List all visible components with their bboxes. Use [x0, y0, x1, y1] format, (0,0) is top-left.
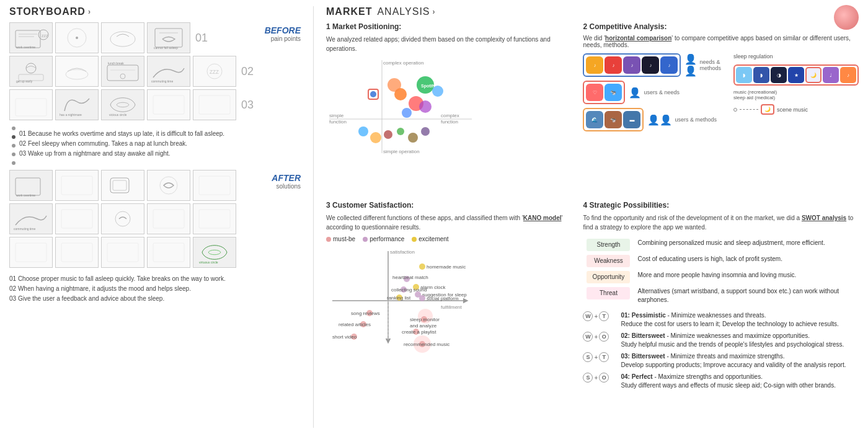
story-panel [55, 56, 99, 87]
svg-rect-36 [61, 210, 92, 228]
positioning-chart: complex operation simple operation simpl… [326, 57, 475, 159]
svg-text:and analyze: and analyze [410, 323, 437, 329]
storyboard-after-row-2: commuting time [9, 203, 259, 234]
highlighted-apps: ◗ ◗ ◑ ★ 🌙 ♩ ♪ [733, 64, 859, 86]
app-icon: ♪ [623, 56, 640, 74]
legend-dot [326, 237, 331, 242]
story-panel: virtuous circle [193, 237, 236, 268]
section3-desc: We collected different functions of thes… [326, 213, 577, 232]
nav-dot[interactable] [12, 153, 16, 156]
badge-o: O [599, 373, 609, 383]
after-captions: 01 Choose proper music to fall asleep qu… [9, 274, 301, 304]
swot-threat: Threat [587, 287, 630, 299]
svg-point-61 [370, 132, 381, 143]
app-icon: ▬ [623, 111, 640, 128]
svg-rect-41 [61, 243, 92, 262]
app-icon: ♪ [660, 56, 678, 74]
svg-text:short video: short video [332, 334, 357, 340]
story-panel [55, 170, 99, 201]
svg-rect-16 [107, 65, 138, 81]
nav-dot[interactable] [12, 161, 16, 165]
strategy-badge: W + O [583, 332, 617, 342]
strategy-badge: S + T [583, 352, 617, 362]
story-panel: zzz [193, 56, 236, 87]
story-panel [101, 237, 144, 268]
svg-rect-26 [153, 95, 184, 114]
badge-w: W [583, 311, 593, 321]
story-panel [9, 89, 53, 120]
svg-rect-43 [153, 243, 184, 262]
strategy-01-text: 01: Pessimistic - Minimize weaknesses an… [621, 311, 838, 329]
svg-point-58 [419, 100, 432, 113]
storyboard-after-row-3: virtuous circle [9, 237, 259, 268]
story-panel [101, 170, 144, 201]
svg-text:sleep monitor: sleep monitor [410, 317, 440, 322]
nav-dot[interactable] [12, 144, 16, 148]
svg-point-65 [408, 133, 418, 143]
svg-rect-28 [16, 178, 40, 195]
svg-rect-38 [153, 210, 184, 228]
legend-must: must-be [326, 236, 355, 242]
svg-text:work overtime: work overtime [16, 193, 35, 197]
target-label: 🌙 [761, 104, 774, 115]
app-icon: ★ [788, 67, 804, 83]
svg-rect-39 [199, 210, 230, 228]
section1-desc: We analyzed related apps; divided them b… [326, 35, 577, 53]
svg-text:function: function [441, 119, 458, 125]
badge-w: W [583, 332, 593, 342]
svg-point-12 [26, 63, 36, 73]
story-panel: has a nightmare [55, 89, 99, 120]
app-icon: ♪ [840, 67, 856, 83]
legend-dot [412, 237, 417, 242]
badge-s: S [583, 373, 593, 383]
decorative-circle [834, 5, 859, 30]
svg-text:function: function [329, 119, 347, 125]
story-panel [101, 22, 144, 53]
nav-dot[interactable] [12, 135, 16, 139]
svg-text:lunch break: lunch break [108, 61, 124, 65]
svg-text:virtuous circle: virtuous circle [199, 260, 218, 264]
svg-text:ranking list: ranking list [387, 295, 411, 301]
before-sublabel: pain points [264, 35, 301, 42]
svg-rect-27 [199, 95, 230, 114]
app-icon: ◗ [753, 67, 769, 83]
svg-text:commuting time: commuting time [14, 227, 36, 231]
row-number: 01 [195, 32, 208, 45]
svg-text:commuting time: commuting time [151, 79, 174, 83]
section-satisfaction: 3 Customer Satisfaction: We collected di… [326, 201, 577, 425]
svg-rect-23 [16, 99, 46, 116]
svg-text:zzz: zzz [210, 68, 219, 75]
svg-text:vicious circle: vicious circle [109, 113, 127, 117]
svg-text:complex: complex [441, 113, 459, 118]
story-panel: commuting time [9, 203, 53, 234]
caption-line: 02 Feel sleepy when commuting. Takes a n… [19, 139, 224, 149]
needs-methods-label: 👤👤 needs & methods [684, 53, 721, 77]
svg-point-60 [388, 78, 401, 92]
app-icon: ◗ [736, 67, 752, 83]
story-panel: lunch break [101, 56, 144, 87]
svg-point-59 [432, 86, 443, 97]
svg-text:create a playlist: create a playlist [402, 329, 436, 335]
svg-text:simple: simple [329, 113, 344, 118]
strategy-02: W + O 02: Bittersweet - Minimize weaknes… [583, 332, 859, 349]
sleep-reg-label: sleep regulation [733, 53, 859, 60]
svg-rect-32 [113, 180, 126, 190]
section-competitive: 2 Competitive Analysis: We did 'horizont… [583, 22, 859, 195]
caption-line: 01 Because he works overtime and stays u… [19, 129, 224, 139]
swot-strength: Strength [587, 239, 630, 251]
app-group-row1: ♪ ♪ ♪ ♪ ♪ [583, 53, 681, 77]
strategy-03: S + T 03: Bittersweet - Minimize threats… [583, 352, 859, 370]
legend-dot [363, 237, 368, 242]
row-number: 02 [241, 65, 254, 78]
swot-strength-text: Combining personalized music and sleep a… [634, 237, 859, 253]
svg-text:fulfillment: fulfillment [441, 304, 463, 310]
nav-dot[interactable] [12, 126, 16, 130]
badge-s: S [583, 352, 593, 362]
comp-analysis-area: ♪ ♪ ♪ ♪ ♪ 👤👤 needs & methods [583, 53, 859, 131]
svg-point-74 [419, 264, 425, 270]
app-icon: 🐄 [604, 111, 622, 128]
svg-text:related articles: related articles [339, 322, 371, 327]
svg-point-37 [115, 211, 130, 226]
story-panel [55, 22, 99, 53]
story-panel [147, 203, 190, 234]
